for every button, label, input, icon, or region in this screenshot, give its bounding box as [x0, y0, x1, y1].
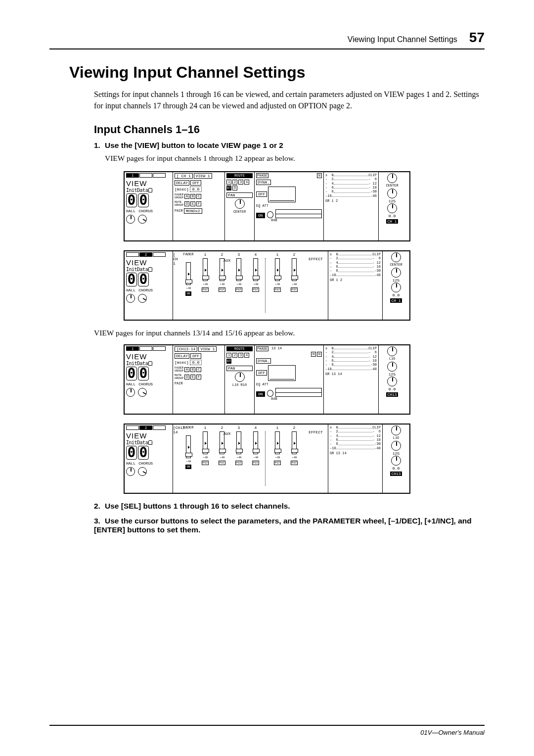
intro-paragraph: Settings for input channels 1 through 16… [94, 89, 485, 111]
step-3-num: 3. [94, 517, 105, 525]
pair-label: PAIR [175, 209, 183, 213]
step-2-title: Use [SEL] buttons 1 through 16 to select… [105, 502, 290, 510]
mute-group-label: MUTEGROUP [175, 201, 183, 207]
zerodb-label: 0dB [271, 218, 322, 222]
header-page-number: 57 [469, 30, 485, 46]
eq-on: ON [256, 213, 265, 218]
pan-label: PAN [226, 192, 253, 198]
fader-group-label: FADERGROUP [175, 193, 183, 199]
step-1: 1.Use the [VIEW] button to locate VIEW p… [94, 141, 485, 164]
att-knob [267, 211, 273, 218]
right-knob-1 [387, 173, 397, 183]
gr-label: GR 1 2 [325, 199, 377, 203]
step-3: 3.Use the cursor buttons to select the p… [94, 517, 485, 534]
msec-value: 0.0 [190, 187, 202, 192]
main-heading: Viewing Input Channel Settings [69, 63, 485, 82]
center-label: CENTER [386, 184, 398, 188]
page-header: Viewing Input Channel Settings 57 [49, 30, 485, 49]
step-1-title: Use the [VIEW] button to locate VIEW pag… [105, 141, 283, 149]
right-knob-3 [387, 203, 397, 213]
dyna-label: DYNA. [256, 180, 271, 185]
mid-paragraph: VIEW pages for input channels 13/14 and … [94, 329, 485, 337]
route-header: ROUTE [226, 173, 253, 178]
lcd-ch1-view2: 2 VIEW InitData 00 HALLCHORUS [ CH 1 AUX… [124, 250, 410, 321]
hall-label: HALL [126, 209, 135, 213]
right-knob-2 [387, 189, 397, 198]
chorus-knob [138, 215, 147, 224]
section-heading: Input Channels 1–16 [94, 123, 485, 136]
gr-1314-label: GR 13 14 [325, 372, 377, 376]
lcd-ch1-view1: 1 VIEW InitData 00 HALLCHORUS [ CH 1VIEW… [124, 171, 410, 241]
ch-badge: CH 1 [386, 219, 398, 224]
ch13-badge: CH13 [386, 392, 398, 397]
pan-knob [235, 199, 245, 209]
lcd-view-title: VIEW [126, 179, 171, 188]
delay-label: DELAY [175, 180, 189, 186]
chorus-label: CHORUS [138, 209, 153, 213]
lcd-ch1314-view1: 1 VIEW InitData 00 HALLCHORUS [CH13-14VI… [124, 344, 410, 415]
step-2: 2.Use [SEL] buttons 1 through 16 to sele… [94, 502, 485, 511]
step-1-num: 1. [94, 141, 105, 150]
mono-label: MONOx2 [184, 208, 202, 214]
page-footer: 01V—Owner's Manual [49, 725, 485, 736]
phase-label: PHASE [256, 173, 268, 178]
dyna-graph [268, 187, 296, 202]
header-title: Viewing Input Channel Settings [348, 35, 457, 44]
phase-n: N [317, 173, 322, 178]
l16-label: L16 [389, 357, 396, 361]
meter-scale: ± 0CLIP - 2- 6 - 4- 12 - 6- 18 - 8-30 -1… [325, 173, 377, 198]
lcd-ch1314-view2: 2 VIEW InitData 00 HALLCHORUS [CH13-14 A… [124, 424, 410, 494]
lock-icon [148, 188, 152, 192]
pan-l16r16: L16 R16 [226, 383, 253, 387]
hall-knob [126, 215, 135, 224]
dyna-off: OFF [256, 191, 267, 197]
step-3-title: Use the cursor buttons to select the par… [94, 517, 472, 534]
step-2-num: 2. [94, 502, 105, 511]
pan-center: CENTER [226, 210, 253, 214]
delay-off: OFF [190, 180, 201, 186]
val-125: 125 [389, 199, 396, 203]
screenshot-group-1: 1 VIEW InitData 00 HALLCHORUS [ CH 1VIEW… [49, 171, 485, 321]
screenshot-group-2: 1 VIEW InitData 00 HALLCHORUS [CH13-14VI… [49, 344, 485, 494]
eq-graph [275, 209, 322, 218]
val-00: 0.0 [389, 214, 396, 218]
step-1-desc: VIEW pages for input channels 1 through … [105, 153, 485, 164]
fader-label: FADER [183, 252, 193, 256]
